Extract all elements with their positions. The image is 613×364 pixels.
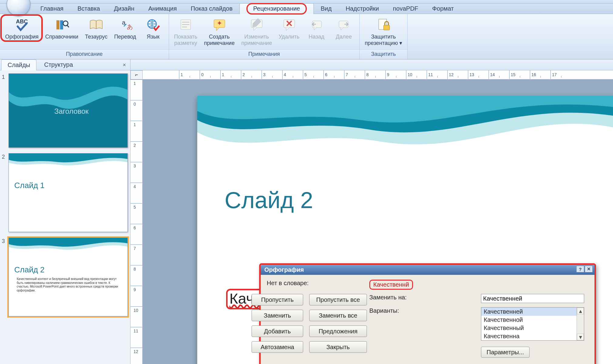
- skip-button[interactable]: Пропустить: [252, 294, 303, 305]
- params-button[interactable]: Параметры...: [481, 347, 530, 358]
- dialog-titlebar[interactable]: Орфография ? ✕: [261, 265, 594, 275]
- new-comment-button[interactable]: ✦Создать примечание: [201, 16, 238, 46]
- ruler-vertical[interactable]: 10123456789101112: [130, 79, 143, 364]
- panel-tab-slides[interactable]: Слайды: [1, 59, 36, 70]
- thumb-row: 2 Слайд 1: [2, 153, 128, 232]
- slide-thumbnail[interactable]: Слайд 2Качественный контент и безупречны…: [8, 238, 128, 316]
- replace-input[interactable]: [481, 294, 584, 303]
- variant-option[interactable]: Качественный: [481, 324, 584, 332]
- slide-title[interactable]: Слайд 2: [225, 187, 313, 213]
- show-markup-label: Показать разметку: [174, 34, 198, 46]
- variants-scrollbar[interactable]: ▴ ▾: [577, 308, 584, 340]
- svg-text:✦: ✦: [217, 19, 222, 27]
- svg-rect-19: [384, 25, 390, 30]
- ruler-h-tick: 6: [323, 70, 344, 79]
- ruler-h-tick: 3: [262, 70, 282, 79]
- variants-listbox[interactable]: КачественнейКачественнойКачественныйКаче…: [481, 307, 584, 341]
- scroll-up-icon[interactable]: ▴: [577, 308, 584, 314]
- thesaurus-label: Тезаурус: [85, 34, 107, 40]
- comment-new-icon: ✦: [212, 17, 227, 32]
- svg-line-4: [67, 25, 69, 27]
- books-search-icon: [55, 17, 69, 32]
- ruler-h-tick: 8: [365, 70, 385, 79]
- ribbon-tab-3[interactable]: Анимация: [141, 3, 184, 14]
- variant-option[interactable]: Качественней: [481, 308, 584, 316]
- variants-label: Варианты:: [369, 307, 479, 314]
- ruler-h-tick: 0: [200, 70, 220, 79]
- ribbon-group-2: Защитить презентацию ▾Защитить: [360, 14, 408, 59]
- ribbon-tab-9[interactable]: Формат: [425, 3, 461, 14]
- ribbon-tab-2[interactable]: Дизайн: [107, 3, 141, 14]
- spelling-button[interactable]: ABCОрфография: [2, 16, 42, 40]
- autocorrect-button[interactable]: Автозамена: [252, 341, 303, 353]
- ruler-v-tick: 1: [130, 121, 142, 141]
- dialog-close-icon[interactable]: ✕: [585, 266, 593, 272]
- dialog-help-icon[interactable]: ?: [576, 266, 584, 272]
- thumb-body: Качественный контент и безупречный внешн…: [9, 277, 127, 292]
- ribbon-group-1: Показать разметку✦Создать примечаниеИзме…: [169, 14, 360, 59]
- suggestions-button[interactable]: Предложения: [309, 325, 367, 337]
- ribbon: ABCОрфографияСправочникиТезаурусaあПерево…: [0, 14, 613, 59]
- dialog-body: Нет в словаре: Качественнй Заменить на: …: [261, 275, 594, 364]
- ribbon-tab-0[interactable]: Главная: [33, 3, 70, 14]
- svg-rect-2: [60, 20, 63, 29]
- ribbon-group-label: Правописание: [0, 49, 169, 59]
- add-button[interactable]: Добавить: [252, 325, 303, 337]
- ribbon-tab-8[interactable]: novaPDF: [386, 3, 425, 14]
- ruler-corner: ⌐: [130, 70, 143, 79]
- ruler-v-tick: 2: [130, 141, 142, 162]
- replace-all-button[interactable]: Заменить все: [309, 310, 367, 321]
- slide-thumbnail[interactable]: Слайд 1: [8, 153, 128, 232]
- ribbon-tab-5[interactable]: Рецензирование: [239, 3, 313, 14]
- ribbon-tab-6[interactable]: Вид: [314, 3, 339, 14]
- translate-icon: aあ: [118, 17, 132, 32]
- office-button-wrap: [7, 0, 30, 16]
- ruler-horizontal[interactable]: 101234567891011121314151617: [143, 70, 613, 79]
- slide-thumbnail[interactable]: Заголовок: [8, 73, 128, 148]
- translate-button[interactable]: aあПеревод: [111, 16, 139, 40]
- variant-option[interactable]: Качественна: [481, 332, 584, 340]
- ruler-h-tick: 14: [489, 70, 509, 79]
- ruler-v-tick: 10: [130, 306, 142, 327]
- edit-comment-button: Изменить примечание: [238, 16, 275, 46]
- slide-wave-art: [197, 96, 613, 166]
- new-comment-label: Создать примечание: [204, 34, 235, 46]
- panel-tabs: Слайды Структура ×: [0, 59, 130, 70]
- globe-check-icon: [146, 17, 161, 32]
- language-button[interactable]: Язык: [140, 16, 167, 40]
- ruler-v-tick: 1: [130, 79, 142, 100]
- thumb-title: Слайд 1: [14, 181, 45, 190]
- ruler-h-tick: 7: [344, 70, 365, 79]
- ruler-v-tick: 11: [130, 327, 142, 348]
- thumb-row: 3 Слайд 2Качественный контент и безупреч…: [2, 238, 128, 316]
- close-button[interactable]: Закрыть: [309, 341, 367, 353]
- not-in-dict-label: Нет в словаре:: [267, 280, 367, 287]
- ribbon-group-label: Защитить: [360, 49, 407, 59]
- protect-button[interactable]: Защитить презентацию ▾: [361, 16, 405, 46]
- ruler-h-tick: 9: [385, 70, 406, 79]
- replace-label: Заменить на:: [369, 294, 479, 301]
- comment-edit-icon: [249, 17, 264, 32]
- ruler-h-tick: 5: [303, 70, 323, 79]
- variant-option[interactable]: Качественной: [481, 316, 584, 324]
- svg-text:あ: あ: [127, 23, 132, 30]
- edit-comment-label: Изменить примечание: [241, 34, 272, 46]
- lock-doc-icon: [376, 17, 391, 32]
- protect-label: Защитить презентацию ▾: [365, 34, 402, 46]
- thesaurus-button[interactable]: Тезаурус: [82, 16, 111, 40]
- ribbon-tab-1[interactable]: Вставка: [70, 3, 107, 14]
- next-comment-label: Далее: [336, 34, 352, 40]
- skip-all-button[interactable]: Пропустить все: [309, 294, 367, 305]
- panel-tab-outline[interactable]: Структура: [38, 59, 79, 70]
- ribbon-tab-4[interactable]: Показ слайдов: [184, 3, 240, 14]
- panel-close-icon[interactable]: ×: [123, 62, 126, 68]
- ruler-v-tick: 6: [130, 224, 142, 244]
- scroll-down-icon[interactable]: ▾: [577, 334, 584, 340]
- ruler-v-tick: 8: [130, 265, 142, 286]
- ribbon-tab-7[interactable]: Надстройки: [339, 3, 386, 14]
- office-button[interactable]: [7, 0, 30, 16]
- ruler-h-tick: 11: [427, 70, 447, 79]
- replace-button[interactable]: Заменить: [252, 310, 303, 321]
- research-button[interactable]: Справочники: [42, 16, 82, 40]
- ruler-v-tick: 3: [130, 162, 142, 183]
